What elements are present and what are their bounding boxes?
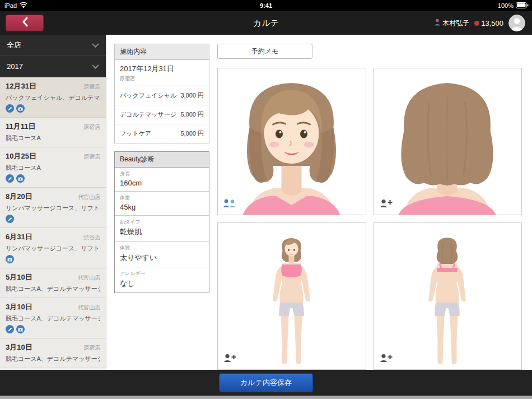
beauty-field-label: 体重 [120,194,204,202]
visit-date: 5月10日 [6,272,32,282]
beauty-field-label: 肌タイプ [120,219,204,226]
beauty-field-value: 45kg [120,203,204,211]
points-chip: 13,500 [474,19,503,27]
visit-item[interactable]: 3月10日原宿店 脱毛コースA、デコルテマッサージ [0,338,106,368]
beauty-field-value: 160cm [120,179,204,187]
photo-badge-icon [6,255,14,263]
visit-item[interactable]: 3月10日代官山店 脱毛コースA、デコルテマッサージ [0,298,106,338]
photo-compare-icon[interactable] [222,198,237,210]
save-karte-button[interactable]: カルテ内容保存 [219,373,313,392]
user-icon [434,18,441,27]
battery-icon [516,2,529,10]
visit-treatment: リンパマッサージコース、リフトアップ [6,244,100,253]
visit-treatment: 脱毛コースA [6,134,100,142]
treatment-row: デコルテマッサージ 5,000 円 [115,105,209,124]
beauty-field-label: 体質 [120,244,204,252]
visit-treatment: 脱毛コースA、デコルテマッサージ [6,285,100,293]
back-button[interactable] [6,15,44,31]
reservation-memo-button[interactable]: 予約メモ [217,44,312,59]
visit-item[interactable]: 8月20日代官山店 リンパマッサージコース、リフトアップ [0,188,106,228]
treatment-date: 2017年12月31日 [120,64,204,74]
detail-column: 施術内容 2017年12月31日 原宿店 パックフェイシャル 3,000 円 デ… [114,44,209,370]
visit-treatment: 脱毛コースA、デコルテマッサージ [6,314,100,323]
treatment-name: デコルテマッサージ [120,110,176,119]
wifi-icon [20,2,27,10]
beauty-field: 体質 太りやすい [115,241,209,267]
face-back-illustration [382,72,514,215]
header: カルテ 木村弘子 13,500 [0,11,532,35]
beauty-field-label: 身長 [120,170,204,178]
status-time: 9:41 [0,2,532,9]
memo-badge-icon [6,325,14,333]
visit-date: 11月11日 [6,122,36,132]
memo-badge-icon [6,104,14,113]
device-label: iPad [4,2,17,9]
battery-percent: 100% [498,2,514,9]
treatment-price: 5,000 円 [180,110,204,119]
avatar[interactable] [508,15,525,31]
treatment-name: フットケア [120,129,151,138]
add-photo-icon[interactable] [379,198,393,210]
visit-store: 原宿店 [83,153,100,161]
customer-chip: 木村弘子 [434,18,469,28]
photo-panel-face-back[interactable] [374,68,522,215]
beauty-panel: Beauty診断 身長 160cm 体重 45kg 肌タイプ 乾燥肌 体質 [114,151,209,293]
visit-date: 10月25日 [6,151,36,161]
year-filter[interactable]: 2017 [0,56,106,77]
treatment-panel: 施術内容 2017年12月31日 原宿店 パックフェイシャル 3,000 円 デ… [114,44,209,143]
photo-panel-body-back[interactable] [374,222,522,370]
photo-panel-body-front[interactable] [217,222,366,370]
photo-panel-face-front[interactable] [217,68,366,215]
visit-treatment: 脱毛コースA、デコルテマッサージ [6,355,100,363]
photo-badge-icon [16,325,25,333]
visit-store: 代官山店 [78,193,100,201]
chevron-down-icon [92,41,99,49]
main-content: 施術内容 2017年12月31日 原宿店 パックフェイシャル 3,000 円 デ… [106,35,532,370]
visit-store: 原宿店 [83,83,100,91]
visit-item[interactable]: 10月25日原宿店 脱毛コースA [0,147,106,188]
beauty-field-value: なし [120,279,204,289]
visit-item[interactable]: 6月31日渋谷店 リンパマッサージコース、リフトアップ [0,228,106,268]
sidebar: 全店 2017 12月31日原宿店 パックフェイシャル、デコルテマッサージ 11… [0,35,106,370]
add-photo-icon[interactable] [222,353,237,365]
memo-badge-icon [6,215,14,223]
customer-name: 木村弘子 [442,18,469,28]
photo-column: 予約メモ [217,44,522,370]
app-screen: iPad 9:41 100% [0,0,532,399]
beauty-field-label: アレルギー [120,270,204,277]
treatment-row: パックフェイシャル 3,000 円 [115,86,209,105]
visit-item[interactable]: 12月31日原宿店 パックフェイシャル、デコルテマッサージ [0,77,106,118]
beauty-field: 身長 160cm [115,168,209,191]
treatment-price: 5,000 円 [180,129,204,138]
store-filter[interactable]: 全店 [0,35,106,56]
visit-store: 原宿店 [83,344,100,352]
add-photo-icon[interactable] [379,353,393,365]
chevron-left-icon [22,17,28,29]
body-back-illustration [382,226,514,369]
body: 全店 2017 12月31日原宿店 パックフェイシャル、デコルテマッサージ 11… [0,35,532,370]
visit-item[interactable]: 11月11日原宿店 脱毛コースA [0,118,106,147]
visit-store: 渋谷店 [83,234,100,242]
treatment-panel-title: 施術内容 [115,44,209,60]
face-front-illustration [226,72,357,215]
treatment-price: 3,000 円 [180,91,204,100]
chevron-down-icon [92,62,99,71]
visit-date: 3月10日 [6,342,32,352]
visit-treatment: リンパマッサージコース、リフトアップ [6,204,100,212]
memo-badge-icon [6,174,14,183]
home-strip [0,396,532,399]
visit-store: 原宿店 [83,123,100,131]
beauty-field: 体重 45kg [115,191,209,215]
visit-date: 8月20日 [6,192,32,202]
visit-store: 代官山店 [78,274,100,282]
store-filter-label: 全店 [7,40,21,50]
year-filter-label: 2017 [7,62,23,71]
beauty-field-value: 太りやすい [120,253,204,263]
visit-date: 6月31日 [6,232,32,242]
beauty-panel-title: Beauty診断 [115,152,209,168]
treatment-row: フットケア 5,000 円 [115,124,209,143]
points-icon [474,21,479,26]
visit-item[interactable]: 5月10日代官山店 脱毛コースA、デコルテマッサージ [0,268,106,298]
photo-badge-icon [16,104,25,113]
visit-date: 3月10日 [6,302,32,312]
